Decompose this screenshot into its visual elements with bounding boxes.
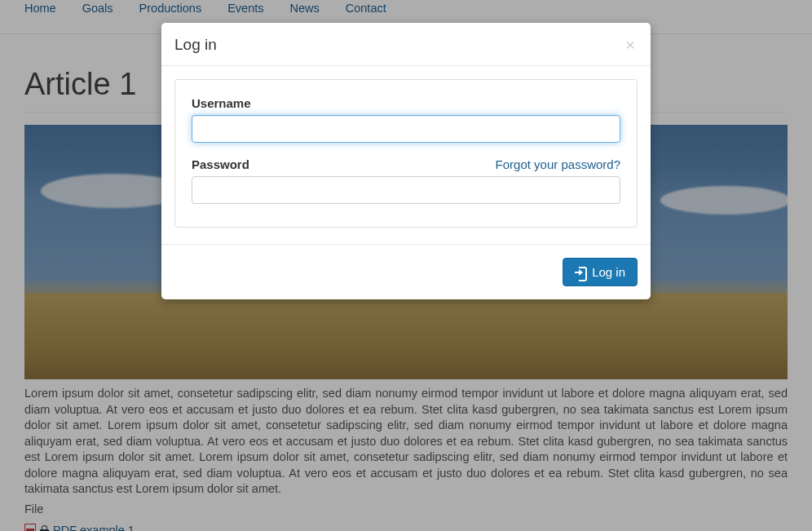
login-submit-label: Log in [592, 265, 625, 279]
forgot-password-link[interactable]: Forgot your password? [496, 157, 620, 171]
username-input[interactable] [192, 115, 620, 143]
password-input[interactable] [192, 176, 620, 204]
modal-footer: Log in [161, 245, 651, 299]
password-label: Password [192, 157, 249, 171]
modal-header: Log in × [161, 23, 651, 66]
password-group: Password Forgot your password? [192, 157, 620, 204]
close-icon: × [625, 36, 635, 54]
signin-icon [575, 267, 587, 278]
login-modal: Log in × Username Password Forgot your p… [161, 23, 651, 299]
username-group: Username [192, 96, 620, 143]
login-submit-button[interactable]: Log in [563, 258, 638, 286]
login-panel: Username Password Forgot your password? [174, 79, 638, 228]
close-button[interactable]: × [623, 37, 638, 53]
modal-body: Username Password Forgot your password? [161, 66, 651, 245]
username-label: Username [192, 96, 251, 110]
modal-title: Log in [174, 36, 217, 54]
